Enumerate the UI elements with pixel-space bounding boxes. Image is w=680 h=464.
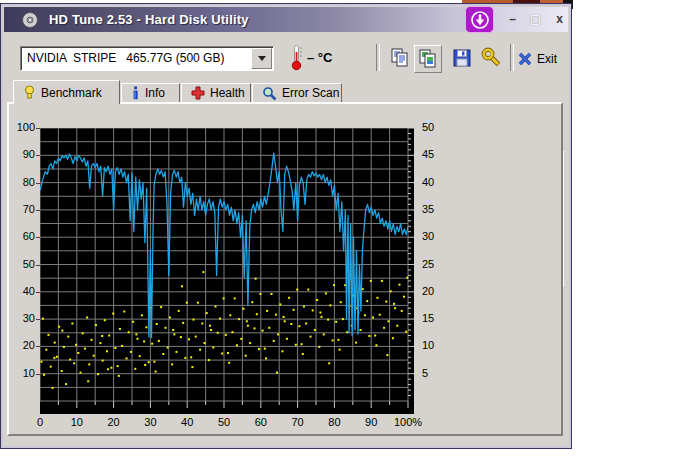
hd-tune-window: HD Tune 2.53 - Hard Disk Utility – ▢ x N… bbox=[0, 3, 572, 449]
axis-tick-label: 5 bbox=[422, 367, 428, 379]
axis-tick-label: 50 bbox=[204, 416, 244, 428]
benchmark-chart bbox=[40, 128, 414, 414]
close-button[interactable]: x bbox=[551, 12, 568, 27]
axis-tick-label: 25 bbox=[422, 258, 434, 270]
axis-tick bbox=[36, 237, 40, 238]
axis-tick-label: 60 bbox=[7, 230, 35, 242]
axis-tick-label: 50 bbox=[7, 258, 35, 270]
axis-tick-label: 100% bbox=[388, 416, 428, 428]
axis-tick-label: 30 bbox=[130, 416, 170, 428]
options-icon bbox=[481, 47, 503, 69]
axis-tick bbox=[36, 265, 40, 266]
axis-tick-label: 60 bbox=[241, 416, 281, 428]
minimize-button[interactable]: – bbox=[504, 12, 521, 27]
copy-text-icon bbox=[389, 47, 411, 69]
right-axis-labels: 5045403530252015105 bbox=[420, 128, 444, 401]
axis-tick-label: 80 bbox=[314, 416, 354, 428]
benchmark-icon bbox=[23, 85, 36, 100]
error-scan-icon bbox=[262, 86, 277, 101]
screen: { "window": { "title": "HD Tune 2.53 - H… bbox=[0, 0, 680, 464]
axis-tick-label: 40 bbox=[7, 285, 35, 297]
app-icon bbox=[21, 11, 39, 29]
info-icon bbox=[131, 86, 140, 100]
maximize-button[interactable]: ▢ bbox=[527, 12, 544, 27]
tab-health[interactable]: Health bbox=[181, 83, 251, 103]
copy-text-button[interactable] bbox=[387, 45, 413, 71]
axis-tick bbox=[36, 155, 40, 156]
tab-error-scan[interactable]: Error Scan bbox=[252, 83, 342, 103]
axis-tick bbox=[36, 210, 40, 211]
title-bar[interactable]: HD Tune 2.53 - Hard Disk Utility – ▢ x bbox=[4, 7, 568, 32]
exit-icon bbox=[518, 52, 533, 66]
axis-tick bbox=[36, 292, 40, 293]
toolbar-separator bbox=[510, 44, 514, 71]
drive-select[interactable]: NVIDIA STRIPE 465.77G (500 GB) bbox=[20, 46, 274, 71]
drive-select-value: NVIDIA STRIPE 465.77G (500 GB) bbox=[27, 51, 224, 65]
axis-tick-label: 70 bbox=[7, 203, 35, 215]
download-overlay-button[interactable] bbox=[465, 6, 494, 33]
axis-tick-label: 0 bbox=[20, 416, 60, 428]
copy-image-button[interactable] bbox=[414, 45, 442, 73]
toolbar: NVIDIA STRIPE 465.77G (500 GB) – °C bbox=[4, 34, 568, 80]
axis-tick-label: 45 bbox=[422, 148, 434, 160]
axis-tick-label: 30 bbox=[7, 312, 35, 324]
axis-tick-label: 40 bbox=[167, 416, 207, 428]
tab-benchmark[interactable]: Benchmark bbox=[13, 80, 120, 104]
axis-tick-label: 90 bbox=[7, 148, 35, 160]
axis-tick-label: 15 bbox=[422, 312, 434, 324]
exit-button[interactable]: Exit bbox=[518, 47, 570, 71]
axis-tick bbox=[36, 319, 40, 320]
drive-select-arrow[interactable] bbox=[251, 48, 272, 69]
axis-tick-label: 40 bbox=[422, 176, 434, 188]
axis-tick-label: 70 bbox=[278, 416, 318, 428]
x-axis-labels: 0102030405060708090100% bbox=[40, 416, 420, 430]
thermometer-icon bbox=[290, 44, 303, 71]
axis-tick bbox=[36, 128, 40, 129]
axis-tick-label: 30 bbox=[422, 230, 434, 242]
options-button[interactable] bbox=[479, 45, 505, 71]
download-arrow-icon bbox=[469, 9, 491, 31]
axis-tick bbox=[36, 183, 40, 184]
temperature-label: – °C bbox=[307, 50, 332, 65]
axis-tick bbox=[36, 346, 40, 347]
axis-tick-label: 20 bbox=[94, 416, 134, 428]
axis-tick-label: 10 bbox=[7, 367, 35, 379]
axis-tick-label: 100 bbox=[7, 121, 35, 133]
axis-tick-label: 80 bbox=[7, 176, 35, 188]
save-button[interactable] bbox=[449, 45, 475, 71]
toolbar-separator bbox=[376, 44, 380, 71]
tab-info-label: Info bbox=[145, 86, 165, 100]
tab-info[interactable]: Info bbox=[121, 83, 180, 103]
copy-image-icon bbox=[417, 48, 439, 70]
exit-label: Exit bbox=[537, 52, 557, 66]
left-axis-labels: 100908070605040302010 bbox=[7, 128, 38, 401]
tab-health-label: Health bbox=[210, 86, 245, 100]
tab-benchmark-label: Benchmark bbox=[41, 86, 102, 100]
axis-tick bbox=[36, 374, 40, 375]
axis-tick-label: 20 bbox=[422, 285, 434, 297]
window-title: HD Tune 2.53 - Hard Disk Utility bbox=[49, 12, 249, 27]
axis-tick-label: 35 bbox=[422, 203, 434, 215]
axis-tick-label: 10 bbox=[57, 416, 97, 428]
save-icon bbox=[451, 47, 473, 69]
axis-tick-label: 10 bbox=[422, 339, 434, 351]
axis-tick-label: 50 bbox=[422, 121, 434, 133]
tab-error-scan-label: Error Scan bbox=[282, 86, 339, 100]
axis-tick-label: 20 bbox=[7, 339, 35, 351]
axis-tick-label: 90 bbox=[351, 416, 391, 428]
health-icon bbox=[191, 86, 205, 100]
